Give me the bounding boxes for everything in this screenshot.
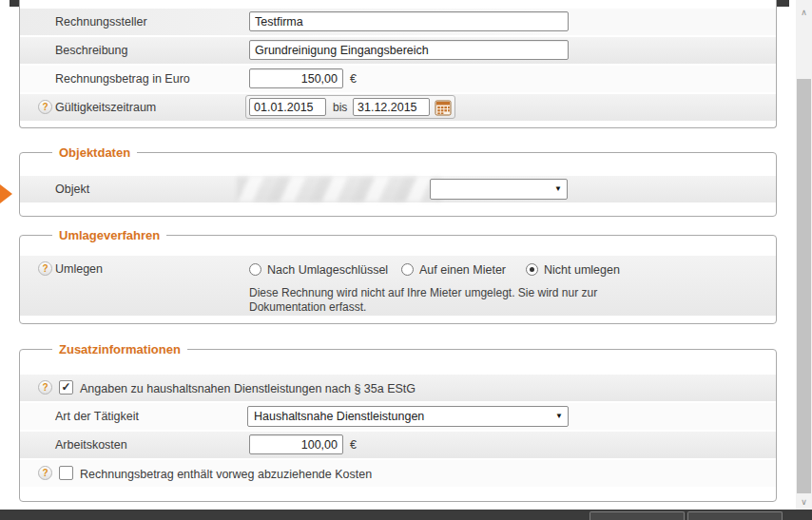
umlegen-label: Umlegen bbox=[55, 262, 103, 276]
objekt-label: Objekt bbox=[55, 183, 89, 196]
row-gueltigkeitszeitraum: ? Gültigkeitszeitraum bis bbox=[20, 94, 776, 121]
help-icon[interactable]: ? bbox=[38, 380, 52, 395]
beschreibung-input[interactable] bbox=[249, 40, 569, 60]
help-icon[interactable]: ? bbox=[38, 466, 52, 480]
vorweg-checkbox[interactable] bbox=[59, 466, 73, 480]
chevron-down-icon: ▼ bbox=[554, 184, 562, 193]
umlageverfahren-legend: Umlageverfahren bbox=[52, 228, 166, 242]
redacted-objekt-text bbox=[237, 177, 441, 202]
rechnungssteller-input[interactable] bbox=[249, 11, 569, 31]
date-from-input[interactable] bbox=[249, 98, 326, 116]
row-arbeitskosten: Arbeitskosten € bbox=[20, 432, 776, 458]
objektdaten-legend: Objektdaten bbox=[52, 145, 137, 160]
row-rechnungssteller: Rechnungssteller bbox=[20, 9, 776, 35]
bottom-toolbar-strip bbox=[0, 510, 812, 520]
haushaltsnah-checkbox-label[interactable]: Angaben zu haushaltsnahen Dienstleistung… bbox=[80, 382, 416, 395]
date-separator-label: bis bbox=[333, 101, 347, 114]
invoice-form-page: Rechnungssteller Beschreibung Rechnungsb… bbox=[0, 0, 812, 520]
rechnungsbetrag-input[interactable] bbox=[249, 68, 343, 88]
row-umlegen: ? Umlegen Nach Umlageschlüssel Auf einen… bbox=[20, 256, 776, 316]
current-row-arrow-icon bbox=[0, 184, 12, 203]
row-art-der-taetigkeit: Art der Tätigkeit Haushaltsnahe Dienstle… bbox=[20, 403, 776, 430]
beschreibung-label: Beschreibung bbox=[55, 44, 127, 57]
umlegen-help-text: Diese Rechnung wird nicht auf Ihre Miete… bbox=[249, 286, 629, 315]
row-objekt: Objekt ▼ bbox=[20, 176, 776, 202]
scroll-down-icon[interactable]: ∨ bbox=[796, 493, 812, 510]
radio-nicht-umlegen[interactable] bbox=[526, 263, 538, 276]
rechnungssteller-label: Rechnungssteller bbox=[55, 15, 147, 29]
bottom-button-right[interactable] bbox=[687, 511, 783, 520]
art-der-taetigkeit-dropdown[interactable]: Haushaltsnahe Dienstleistungen ▼ bbox=[247, 406, 569, 427]
radio-nach-umlageschluessel-label[interactable]: Nach Umlageschlüssel bbox=[267, 263, 388, 277]
bottom-button-left[interactable] bbox=[590, 511, 685, 520]
art-der-taetigkeit-value: Haushaltsnahe Dienstleistungen bbox=[254, 410, 424, 423]
rechnungsbetrag-label: Rechnungsbetrag in Euro bbox=[55, 72, 190, 86]
radio-nach-umlageschluessel[interactable] bbox=[249, 263, 261, 276]
euro-sign: € bbox=[350, 72, 357, 86]
zusatzinformationen-legend: Zusatzinformationen bbox=[52, 342, 187, 356]
vorweg-checkbox-label[interactable]: Rechnungsbetrag enthält vorweg abzuziehe… bbox=[80, 468, 372, 481]
help-icon[interactable]: ? bbox=[38, 100, 52, 114]
row-rechnungsbetrag: Rechnungsbetrag in Euro € bbox=[20, 66, 776, 92]
date-range-group: bis bbox=[245, 95, 455, 119]
vertical-scrollbar[interactable]: ∧ ∨ bbox=[796, 0, 812, 520]
radio-auf-einen-mieter[interactable] bbox=[401, 263, 414, 276]
scrollbar-thumb[interactable] bbox=[797, 79, 811, 493]
arbeitskosten-label: Arbeitskosten bbox=[55, 438, 127, 452]
row-haushaltsnah-checkbox: ? ✓ Angaben zu haushaltsnahen Dienstleis… bbox=[20, 375, 776, 401]
chevron-down-icon: ▼ bbox=[555, 412, 563, 420]
gueltigkeitszeitraum-label: Gültigkeitszeitraum bbox=[55, 101, 156, 114]
euro-sign: € bbox=[350, 438, 357, 452]
scroll-up-icon[interactable]: ∧ bbox=[796, 4, 812, 21]
row-vorweg-checkbox: ? Rechnungsbetrag enthält vorweg abzuzie… bbox=[20, 460, 776, 487]
haushaltsnah-checkbox[interactable]: ✓ bbox=[59, 380, 73, 395]
row-beschreibung: Beschreibung bbox=[20, 37, 776, 64]
objekt-dropdown[interactable]: ▼ bbox=[430, 179, 568, 200]
radio-auf-einen-mieter-label[interactable]: Auf einen Mieter bbox=[419, 263, 506, 277]
art-der-taetigkeit-label: Art der Tätigkeit bbox=[55, 410, 139, 423]
help-icon[interactable]: ? bbox=[38, 261, 52, 276]
arbeitskosten-input[interactable] bbox=[249, 434, 343, 454]
date-to-input[interactable] bbox=[353, 98, 430, 116]
radio-nicht-umlegen-label[interactable]: Nicht umlegen bbox=[544, 263, 620, 277]
calendar-icon[interactable] bbox=[435, 99, 452, 116]
